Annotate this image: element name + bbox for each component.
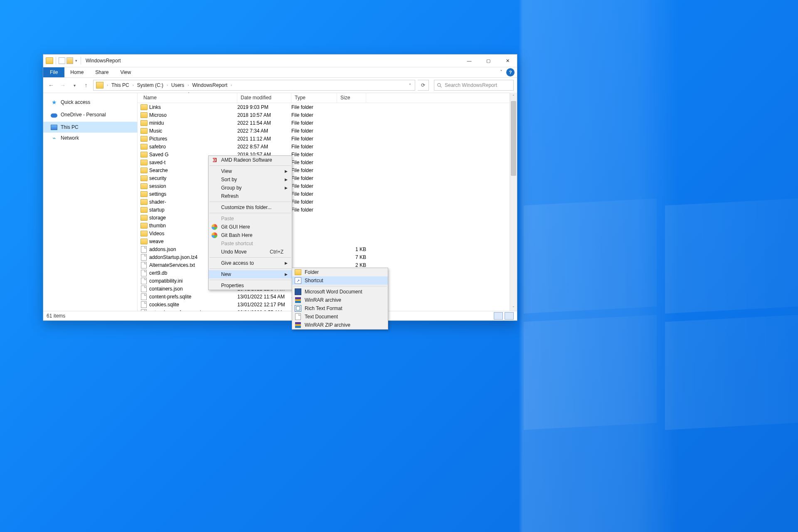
- file-row[interactable]: addons.json13/011 KB: [138, 245, 517, 253]
- menu-item[interactable]: Refresh: [209, 192, 292, 200]
- file-row[interactable]: Links2019 9:03 PMFile folder: [138, 103, 517, 111]
- navpane-label: This PC: [61, 124, 79, 130]
- menu-item[interactable]: ↗Shortcut: [292, 276, 388, 285]
- qat-dropdown-icon[interactable]: ▾: [74, 59, 78, 63]
- vertical-scrollbar[interactable]: ˄ ˅: [510, 93, 517, 311]
- view-large-icons-button[interactable]: [505, 312, 514, 320]
- ribbon-file-tab[interactable]: File: [43, 67, 64, 77]
- navpane-item[interactable]: ⌁Network: [43, 133, 137, 143]
- menu-item[interactable]: Rich Text Format: [292, 304, 388, 313]
- qat-properties-icon[interactable]: [59, 57, 65, 64]
- minimize-button[interactable]: —: [460, 54, 479, 67]
- navpane-item[interactable]: This PC: [43, 122, 137, 133]
- menu-item[interactable]: Text Document: [292, 313, 388, 321]
- titlebar[interactable]: ▾ WindowsReport — ▢ ✕: [43, 54, 517, 67]
- navigation-pane[interactable]: ★Quick accessOneDrive - PersonalThis PC⌁…: [43, 93, 138, 311]
- menu-item[interactable]: Group by▶: [209, 184, 292, 192]
- help-button[interactable]: ?: [506, 68, 515, 76]
- file-row[interactable]: Music2022 7:34 AMFile folder: [138, 127, 517, 135]
- close-button[interactable]: ✕: [498, 54, 517, 67]
- ribbon-tab-view[interactable]: View: [114, 67, 137, 77]
- file-row[interactable]: startup2022 8:57 AMFile folder: [138, 206, 517, 214]
- menu-item[interactable]: New▶: [209, 270, 292, 278]
- file-type: File folder: [291, 104, 337, 110]
- scroll-down-icon[interactable]: ˅: [510, 304, 517, 311]
- file-row[interactable]: weave26/01: [138, 237, 517, 245]
- file-row[interactable]: storage: [138, 214, 517, 222]
- breadcrumb[interactable]: This PC: [110, 82, 131, 88]
- file-row[interactable]: settings2022 11:54 AMFile folder: [138, 190, 517, 198]
- menu-item[interactable]: Git GUI Here: [209, 223, 292, 231]
- breadcrumb[interactable]: WindowsReport: [190, 82, 229, 88]
- address-row: ← → ▾ ↑ › This PC› System (C:)› Users› W…: [43, 78, 517, 93]
- file-row[interactable]: Saved G2018 10:57 AMFile folder: [138, 150, 517, 158]
- menu-item[interactable]: View▶: [209, 167, 292, 175]
- file-row[interactable]: minidu2022 11:54 AMFile folder: [138, 119, 517, 127]
- ribbon-tab-share[interactable]: Share: [89, 67, 114, 77]
- git-icon: [211, 232, 218, 239]
- windows-logo: [524, 202, 798, 426]
- file-row[interactable]: addonStartup.json.lz413/017 KB: [138, 253, 517, 261]
- menu-item[interactable]: Give access to▶: [209, 259, 292, 267]
- file-row[interactable]: Pictures2021 11:12 AMFile folder: [138, 135, 517, 143]
- nav-forward-button[interactable]: →: [58, 81, 67, 90]
- menu-item[interactable]: ⛋AMD Radeon Software: [209, 156, 292, 164]
- menu-item[interactable]: Properties: [209, 281, 292, 290]
- column-type[interactable]: Type: [291, 93, 337, 103]
- folder-icon: [140, 159, 148, 166]
- menu-item[interactable]: Microsoft Word Document: [292, 288, 388, 296]
- menu-label: WinRAR archive: [305, 297, 341, 303]
- file-row[interactable]: Videos: [138, 229, 517, 237]
- qat-new-folder-icon[interactable]: [66, 57, 73, 64]
- address-bar[interactable]: › This PC› System (C:)› Users› WindowsRe…: [93, 80, 415, 91]
- new-submenu[interactable]: Folder↗ShortcutMicrosoft Word DocumentWi…: [292, 268, 388, 330]
- navpane-item[interactable]: OneDrive - Personal: [43, 109, 137, 120]
- file-icon: [140, 262, 148, 268]
- file-row[interactable]: Searche2021 11:11 AMFile folder: [138, 166, 517, 174]
- menu-item[interactable]: WinRAR archive: [292, 296, 388, 304]
- column-size[interactable]: Size: [337, 93, 366, 103]
- file-icon: [140, 254, 148, 261]
- menu-item[interactable]: WinRAR ZIP archive: [292, 321, 388, 329]
- navpane-item[interactable]: ★Quick access: [43, 97, 137, 108]
- nav-recent-dropdown[interactable]: ▾: [70, 81, 79, 90]
- scroll-thumb[interactable]: [511, 101, 516, 176]
- ribbon-collapse-icon[interactable]: ˅: [496, 67, 506, 77]
- column-name[interactable]: ˄Name: [140, 93, 237, 103]
- status-bar: 61 items: [43, 311, 517, 320]
- file-row[interactable]: shader-2022 8:55 AMFile folder: [138, 198, 517, 206]
- file-name: Links: [149, 104, 237, 110]
- column-headers[interactable]: ˄Name Date modified Type Size: [138, 93, 517, 103]
- folder-icon: [140, 238, 148, 245]
- menu-item[interactable]: Customize this folder...: [209, 203, 292, 212]
- file-row[interactable]: saved-t2022 8:57 AMFile folder: [138, 158, 517, 166]
- menu-item: Paste shortcut: [209, 239, 292, 248]
- breadcrumb[interactable]: System (C:): [135, 82, 165, 88]
- menu-item[interactable]: Undo MoveCtrl+Z: [209, 248, 292, 256]
- file-date: 2022 8:57 AM: [237, 144, 291, 150]
- view-details-button[interactable]: [494, 312, 503, 320]
- nav-up-button[interactable]: ↑: [81, 81, 91, 90]
- file-date: 13/01/2022 12:17 PM: [237, 302, 291, 308]
- address-dropdown-icon[interactable]: ˅: [406, 83, 414, 88]
- status-item-count: 61 items: [47, 313, 65, 319]
- file-row[interactable]: session2022 8:57 AMFile folder: [138, 182, 517, 190]
- nav-back-button[interactable]: ←: [47, 81, 56, 90]
- file-row[interactable]: Microso2018 10:57 AMFile folder: [138, 111, 517, 119]
- scroll-up-icon[interactable]: ˄: [510, 93, 517, 100]
- file-row[interactable]: thumbn: [138, 222, 517, 229]
- file-row[interactable]: security2022 11:54 AMFile folder: [138, 174, 517, 182]
- search-box[interactable]: Search WindowsReport: [434, 80, 514, 91]
- context-menu[interactable]: ⛋AMD Radeon SoftwareView▶Sort by▶Group b…: [208, 155, 292, 290]
- menu-item[interactable]: Git Bash Here: [209, 231, 292, 239]
- ribbon-tab-home[interactable]: Home: [64, 67, 89, 77]
- menu-label: View: [221, 168, 232, 174]
- menu-item[interactable]: Sort by▶: [209, 175, 292, 184]
- folder-icon: [140, 191, 148, 197]
- maximize-button[interactable]: ▢: [479, 54, 498, 67]
- file-row[interactable]: safebro2022 8:57 AMFile folder: [138, 143, 517, 150]
- refresh-button[interactable]: ⟳: [418, 80, 429, 91]
- breadcrumb[interactable]: Users: [170, 82, 186, 88]
- menu-item[interactable]: Folder: [292, 268, 388, 276]
- column-date[interactable]: Date modified: [237, 93, 291, 103]
